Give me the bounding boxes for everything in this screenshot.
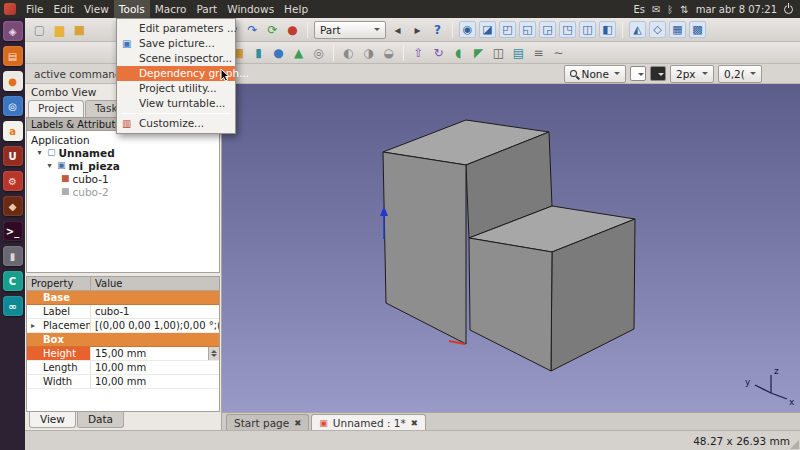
view-front-icon[interactable]: ◰ [499, 21, 516, 38]
view-rear-icon[interactable]: ◳ [559, 21, 576, 38]
close-icon[interactable]: ✖ [294, 418, 301, 428]
menu-item-project-utility[interactable]: Project utility... [117, 81, 235, 96]
fillet-icon[interactable]: ◖ [450, 44, 467, 61]
launcher-icon-terminal[interactable]: >_ [3, 221, 23, 241]
part-solid[interactable] [383, 120, 635, 371]
menu-item-edit-parameters[interactable]: Edit parameters ... [117, 21, 235, 36]
chamfer-icon[interactable]: ◤ [470, 44, 487, 61]
launcher-icon-system-settings[interactable]: ⚙ [3, 171, 23, 191]
property-row-length[interactable]: Length 10,00 mm [27, 361, 219, 375]
extrude-icon[interactable]: ⇧ [410, 44, 427, 61]
launcher-icon-media-player[interactable]: ▮ [3, 246, 23, 266]
launcher-icon-ubuntu-one[interactable]: U [3, 146, 23, 166]
part-sphere-icon[interactable]: ● [270, 44, 287, 61]
launcher-icon-firefox[interactable]: ● [3, 71, 23, 91]
menubar-item-file[interactable]: File [21, 0, 49, 18]
view-top-icon[interactable]: ◱ [519, 21, 536, 38]
network-icon[interactable]: ⇅ [680, 4, 688, 15]
keyboard-layout-indicator[interactable]: Es [633, 4, 645, 15]
part-cone-icon[interactable]: ▲ [290, 44, 307, 61]
menubar-item-help[interactable]: Help [279, 0, 313, 18]
mail-icon[interactable]: ✉ [652, 4, 660, 15]
bluetooth-icon[interactable]: ᛒ [667, 4, 673, 15]
property-value-editor[interactable]: 15,00 mm [91, 347, 219, 360]
resize-grip[interactable] [790, 440, 799, 449]
texture-icon[interactable]: ▦ [669, 21, 686, 38]
tab-project[interactable]: Project [28, 100, 84, 117]
tree-item-cubo-1[interactable]: ■ cubo-1 [27, 172, 219, 185]
mirror-icon[interactable]: ◫ [490, 44, 507, 61]
shaded-icon[interactable]: ▩ [689, 21, 706, 38]
menu-item-save-picture[interactable]: ▣ Save picture... [117, 36, 235, 51]
close-icon[interactable]: ✖ [411, 418, 418, 428]
part-cylinder-icon[interactable]: ▮ [250, 44, 267, 61]
part-torus-icon[interactable]: ◎ [310, 44, 327, 61]
view-left-icon[interactable]: ◧ [599, 21, 616, 38]
menu-item-dependency-graph[interactable]: Dependency graph... [117, 66, 235, 81]
tree-item-cubo-2[interactable]: ■ cubo-2 [27, 185, 219, 198]
launcher-icon-arduino[interactable]: ∞ [3, 296, 23, 316]
property-group-box[interactable]: Box [27, 333, 219, 347]
face-color-swatch[interactable] [630, 66, 646, 81]
tree-item-mi-pieza[interactable]: ▾ ▣ mi_pieza [27, 159, 219, 172]
expander-icon[interactable]: ▾ [35, 148, 44, 157]
nav-back-icon[interactable]: ◂ [389, 21, 406, 38]
menubar-item-windows[interactable]: Windows [222, 0, 279, 18]
view-fit-icon[interactable]: ◉ [459, 21, 476, 38]
launcher-icon-amazon[interactable]: a [3, 121, 23, 141]
tree-item-unnamed[interactable]: ▾ ▢ Unnamed [27, 146, 219, 159]
menubar-item-macro[interactable]: Macro [150, 0, 192, 18]
tree-item-application[interactable]: Application [27, 133, 219, 146]
launcher-icon-builder[interactable]: C [3, 271, 23, 291]
menubar-item-view[interactable]: View [79, 0, 114, 18]
line-color-swatch[interactable] [650, 66, 666, 81]
nav-forward-icon[interactable]: ▸ [409, 21, 426, 38]
redo-icon[interactable]: ↷ [244, 21, 261, 38]
property-row-placement[interactable]: ▸ Placement [(0,00 0,00 1,00);0,00 °;(0,… [27, 319, 219, 333]
boolean-intersect-icon[interactable]: ◒ [380, 44, 397, 61]
measure-icon[interactable]: ◭ [629, 21, 646, 38]
launcher-icon-files[interactable]: ▤ [3, 46, 23, 66]
launcher-icon-software-center[interactable]: ◎ [3, 96, 23, 116]
launcher-icon-dash-home[interactable]: ◈ [3, 21, 23, 41]
launcher-icon-gimp[interactable]: ◆ [3, 196, 23, 216]
line-width-dropdown[interactable]: 2px [670, 65, 714, 83]
property-row-label[interactable]: Label cubo-1 [27, 305, 219, 319]
tab-data[interactable]: Data [77, 412, 124, 428]
clipping-icon[interactable]: ◇ [649, 21, 666, 38]
selection-filter-dropdown[interactable]: None [564, 65, 626, 83]
new-document-icon[interactable]: ▢ [31, 21, 48, 38]
view-axonometric-icon[interactable]: ◪ [479, 21, 496, 38]
record-macro-icon[interactable]: ● [284, 21, 301, 38]
tab-start-page[interactable]: Start page ✖ [226, 414, 309, 430]
view-bottom-icon[interactable]: ◫ [579, 21, 596, 38]
property-group-base[interactable]: Base [27, 291, 219, 305]
clock[interactable]: mar abr 8 07:21 [696, 4, 777, 15]
spinner-control[interactable] [208, 347, 219, 360]
power-icon[interactable] [784, 5, 793, 14]
save-icon[interactable]: ■ [71, 21, 88, 38]
transparency-dropdown[interactable]: 0,2( [718, 65, 762, 83]
tab-unnamed-document[interactable]: ▣ Unnamed : 1* ✖ [311, 414, 426, 430]
open-folder-icon[interactable]: ▆ [51, 21, 68, 38]
sweep-icon[interactable]: ∼ [550, 44, 567, 61]
property-value[interactable]: cubo-1 [91, 305, 219, 318]
menu-item-scene-inspector[interactable]: Scene inspector... [117, 51, 235, 66]
refresh-icon[interactable]: ⟳ [264, 21, 281, 38]
property-row-height[interactable]: Height 15,00 mm [27, 347, 219, 361]
revolve-icon[interactable]: ↻ [430, 44, 447, 61]
menu-item-view-turntable[interactable]: View turntable... [117, 96, 235, 111]
loft-icon[interactable]: ≡ [530, 44, 547, 61]
property-value[interactable]: 10,00 mm [91, 375, 219, 388]
view-right-icon[interactable]: ◲ [539, 21, 556, 38]
menubar-item-tools[interactable]: Tools [114, 0, 150, 18]
property-value[interactable]: 10,00 mm [91, 361, 219, 374]
menu-item-customize[interactable]: ▥ Customize... [117, 116, 235, 131]
boolean-union-icon[interactable]: ◐ [340, 44, 357, 61]
ruled-surface-icon[interactable]: ▤ [510, 44, 527, 61]
3d-viewport[interactable]: x y z [222, 84, 800, 412]
expander-icon[interactable]: ▸ [31, 321, 35, 330]
menubar-item-part[interactable]: Part [192, 0, 223, 18]
property-row-width[interactable]: Width 10,00 mm [27, 375, 219, 389]
boolean-cut-icon[interactable]: ◑ [360, 44, 377, 61]
